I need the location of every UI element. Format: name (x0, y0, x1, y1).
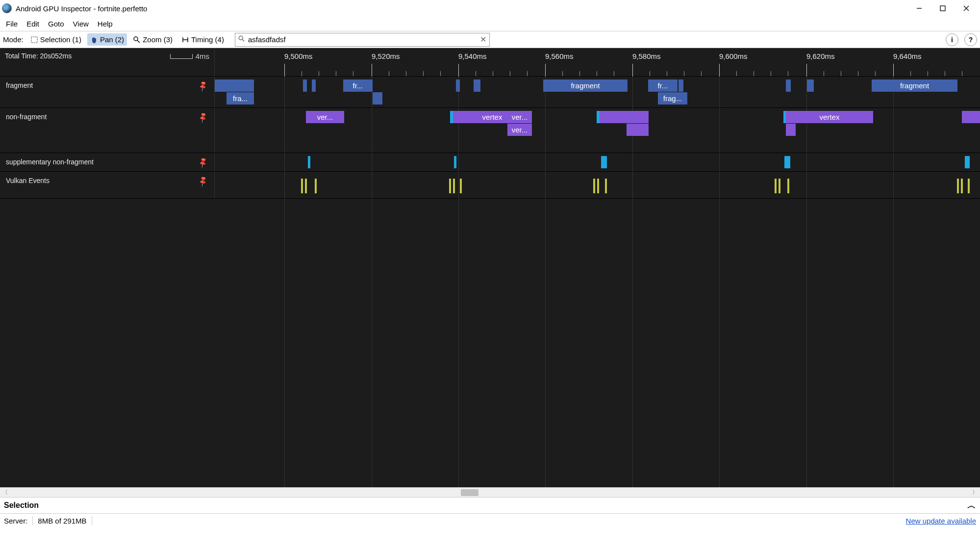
scrollbar-thumb[interactable] (461, 489, 478, 496)
fragment-bar[interactable] (373, 92, 382, 105)
fragment-bar[interactable]: frag... (658, 92, 687, 105)
timeline-area: Total Time: 20s052ms 4ms 9,500ms9,520ms9… (0, 48, 980, 487)
fragment-bar[interactable] (215, 79, 254, 92)
chevron-up-icon[interactable]: ︿ (967, 499, 976, 511)
vulkan-event-bar[interactable] (787, 179, 789, 193)
title-bar: Android GPU Inspector - fortnite.perfett… (0, 0, 980, 17)
track-non-fragment[interactable]: non-fragment 📌 ver...vertexver...ver...v… (0, 108, 980, 153)
vulkan-event-bar[interactable] (605, 179, 607, 193)
mode-selection[interactable]: Selection (1) (27, 33, 84, 46)
menu-goto[interactable]: Goto (44, 18, 68, 30)
mode-pan[interactable]: Pan (2) (87, 33, 127, 46)
svg-point-5 (134, 37, 138, 41)
pin-icon[interactable]: 📌 (197, 111, 209, 124)
mode-timing-label: Timing (4) (191, 35, 224, 44)
vertex-bar[interactable]: ver... (306, 111, 344, 123)
search-input[interactable] (248, 35, 477, 44)
vulkan-event-bar[interactable] (305, 179, 307, 193)
track-label: fragment (6, 81, 33, 89)
vertex-bar[interactable]: ver... (507, 111, 532, 123)
track-label: non-fragment (6, 113, 47, 121)
selection-panel-header[interactable]: Selection ︿ (0, 497, 980, 514)
ruler-tick: 9,560ms (545, 52, 574, 60)
menu-help[interactable]: Help (94, 18, 117, 30)
fragment-bar[interactable] (474, 79, 480, 92)
menu-view[interactable]: View (69, 18, 93, 30)
app-icon (2, 3, 12, 13)
scale-label: 4ms (196, 52, 209, 60)
fragment-bar[interactable]: fra... (226, 92, 254, 105)
fragment-bar[interactable] (303, 79, 307, 92)
fragment-bar[interactable] (807, 79, 814, 92)
ruler-tick: 9,620ms (806, 52, 835, 60)
search-box[interactable]: ✕ (235, 33, 490, 47)
pin-icon[interactable]: 📌 (197, 156, 209, 169)
vulkan-event-bar[interactable] (315, 179, 317, 193)
ruler-tick: 9,640ms (893, 52, 922, 60)
vertex-bar[interactable]: vertex (786, 111, 873, 123)
fragment-bar[interactable]: fr... (648, 79, 678, 92)
search-icon (238, 35, 245, 44)
vulkan-event-bar[interactable] (453, 179, 455, 193)
fragment-bar[interactable]: fr... (343, 79, 373, 92)
vulkan-event-bar[interactable] (301, 179, 303, 193)
supplementary-bar[interactable] (601, 156, 607, 168)
track-vulkan-events[interactable]: Vulkan Events 📌 (0, 172, 980, 199)
supplementary-bar[interactable] (784, 156, 790, 168)
ruler-tick: 9,520ms (372, 52, 400, 60)
mode-timing[interactable]: Timing (4) (178, 33, 227, 46)
info-icon[interactable]: i (946, 33, 958, 46)
vertex-bar[interactable] (600, 111, 649, 123)
track-supplementary-non-fragment[interactable]: supplementary non-fragment 📌 (0, 153, 980, 172)
svg-rect-4 (31, 37, 37, 43)
vulkan-event-bar[interactable] (957, 179, 959, 193)
fragment-bar[interactable]: fragment (872, 79, 957, 92)
update-available-link[interactable]: New update available (906, 517, 976, 525)
vertex-bar[interactable] (627, 124, 649, 136)
time-ruler[interactable]: Total Time: 20s052ms 4ms 9,500ms9,520ms9… (0, 48, 980, 77)
scroll-right-arrow[interactable]: 〉 (970, 488, 980, 497)
mode-zoom-label: Zoom (3) (143, 35, 173, 44)
minimize-button[interactable] (907, 0, 931, 17)
fragment-bar[interactable] (312, 79, 316, 92)
vertex-bar[interactable]: ver... (507, 124, 532, 136)
ruler-tick: 9,600ms (719, 52, 748, 60)
selection-icon (30, 36, 38, 44)
vulkan-event-bar[interactable] (449, 179, 451, 193)
fragment-bar[interactable]: fragment (543, 79, 628, 92)
supplementary-bar[interactable] (454, 156, 456, 168)
close-button[interactable] (955, 0, 978, 17)
fragment-bar[interactable] (786, 79, 791, 92)
vulkan-event-bar[interactable] (961, 179, 963, 193)
vulkan-event-bar[interactable] (968, 179, 970, 193)
vulkan-event-bar[interactable] (597, 179, 599, 193)
vulkan-event-bar[interactable] (775, 179, 777, 193)
help-icon[interactable]: ? (964, 33, 977, 46)
supplementary-bar[interactable] (965, 156, 970, 168)
vertex-bar[interactable] (962, 111, 980, 123)
menu-edit[interactable]: Edit (23, 18, 43, 30)
menu-file[interactable]: File (2, 18, 22, 30)
horizontal-scrollbar[interactable]: 〈 〉 (0, 487, 980, 497)
fragment-bar[interactable] (456, 79, 460, 92)
scroll-left-arrow[interactable]: 〈 (0, 488, 10, 497)
hand-icon (90, 36, 98, 44)
memory-usage: 8MB of 291MB (38, 517, 86, 525)
track-fragment[interactable]: fragment 📌 fra...fr...fragmentfr...frag.… (0, 77, 980, 108)
vulkan-event-bar[interactable] (460, 179, 462, 193)
pin-icon[interactable]: 📌 (197, 79, 209, 92)
mode-selection-label: Selection (1) (40, 35, 81, 44)
maximize-button[interactable] (931, 0, 955, 17)
vulkan-event-bar[interactable] (779, 179, 780, 193)
pin-icon[interactable]: 📌 (197, 175, 209, 187)
clear-search-icon[interactable]: ✕ (480, 35, 486, 44)
vertex-bar[interactable] (786, 124, 796, 136)
mode-zoom[interactable]: Zoom (3) (130, 33, 176, 46)
svg-rect-1 (940, 6, 945, 11)
vulkan-event-bar[interactable] (593, 179, 595, 193)
toolbar: Mode: Selection (1) Pan (2) Zoom (3) Tim… (0, 31, 980, 48)
total-time-label: Total Time: 20s052ms (5, 52, 72, 60)
fragment-bar[interactable] (678, 79, 683, 92)
supplementary-bar[interactable] (308, 156, 310, 168)
window-title: Android GPU Inspector - fortnite.perfett… (16, 4, 147, 13)
